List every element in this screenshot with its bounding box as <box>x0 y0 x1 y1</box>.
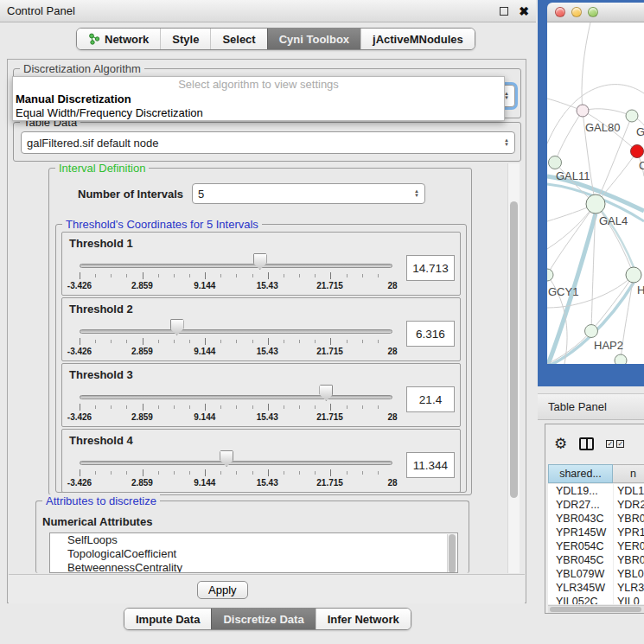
network-canvas[interactable]: GAL80 GA C GAL11 GAL4 GCY1 H HAP2 <box>547 22 644 364</box>
list-item[interactable]: BetweennessCentrality <box>50 561 457 573</box>
node-gcy1[interactable] <box>547 269 553 281</box>
threshold-3-value[interactable]: 21.4 <box>406 386 455 412</box>
table-row[interactable]: YBR043C YBR0 <box>548 512 644 526</box>
threshold-2-value[interactable]: 6.316 <box>406 321 455 347</box>
table-horizontal-scrollbar[interactable] <box>548 605 644 613</box>
cell[interactable]: YBL0 <box>613 567 644 581</box>
cell[interactable]: YIL0 <box>613 595 644 604</box>
node-hap2[interactable] <box>585 325 598 338</box>
content-scrollbar[interactable] <box>507 163 520 573</box>
cell[interactable]: YBR043C <box>548 512 613 526</box>
tick-label: 9.144 <box>194 347 215 356</box>
cell[interactable]: YBR0 <box>613 553 644 567</box>
cell[interactable]: YER0 <box>613 539 644 553</box>
zoom-traffic-light[interactable] <box>588 7 598 17</box>
tab-jactivemnodules[interactable]: jActiveMNodules <box>360 29 475 49</box>
edge[interactable] <box>596 204 634 267</box>
threshold-2-slider[interactable] <box>80 329 392 334</box>
table-row[interactable]: YBR045C YBR0 <box>548 553 644 567</box>
cell[interactable]: YLR3 <box>613 581 644 595</box>
number-of-intervals-combobox[interactable]: 5 ▲▼ <box>192 183 425 204</box>
list-item[interactable]: SelfLoops <box>50 533 457 547</box>
cell[interactable]: YDR2 <box>613 498 644 512</box>
cell[interactable]: YDL1 <box>613 484 644 498</box>
edge[interactable] <box>555 111 583 163</box>
cell[interactable]: YIL052C <box>548 595 613 604</box>
threshold-2-slider-handle[interactable] <box>170 319 184 335</box>
table-row[interactable]: YDL19... YDL1 <box>548 484 644 498</box>
threshold-3-slider-handle[interactable] <box>319 385 333 401</box>
threshold-1-slider-handle[interactable] <box>253 253 267 270</box>
checkbox-icon[interactable]: ✓ <box>606 440 614 448</box>
cell[interactable]: YPR1 <box>613 526 644 539</box>
table-row[interactable]: YDR27... YDR2 <box>548 498 644 512</box>
tab-select-label: Select <box>222 33 255 46</box>
close-traffic-light[interactable] <box>555 7 565 17</box>
tick-label: -3.426 <box>67 412 92 422</box>
slider-ticks <box>80 469 392 476</box>
tab-discretize-data-label: Discretize Data <box>223 613 303 626</box>
table-horizontal-scrollbar-thumb[interactable] <box>550 607 641 612</box>
table-row[interactable]: YBL079W YBL0 <box>548 567 644 581</box>
tab-network[interactable]: Network <box>77 29 160 49</box>
tab-cyni-toolbox[interactable]: Cyni Toolbox <box>267 29 360 49</box>
threshold-coordinates-label: Threshold's Coordinates for 5 Intervals <box>62 218 262 231</box>
tab-select[interactable]: Select <box>210 29 266 49</box>
list-item[interactable]: TopologicalCoefficient <box>50 547 457 561</box>
node-partial[interactable] <box>615 354 627 364</box>
content-scrollbar-thumb[interactable] <box>510 201 518 498</box>
cell[interactable]: YBL079W <box>548 567 613 581</box>
table-row[interactable]: YIL052C YIL0 <box>548 595 644 604</box>
cell[interactable]: YPR145W <box>548 526 613 539</box>
table-data-combobox-value: galFiltered.sif default node <box>27 137 158 150</box>
threshold-1-value[interactable]: 14.713 <box>406 255 455 281</box>
cell[interactable]: YDL19... <box>548 484 613 498</box>
node-h[interactable] <box>626 267 641 283</box>
checkbox-icon[interactable]: ✓ <box>616 440 624 448</box>
node-red-selected[interactable] <box>631 145 644 158</box>
number-of-intervals-label: Number of Intervals <box>78 188 183 201</box>
table-row[interactable]: YLR345W YLR3 <box>548 581 644 595</box>
cell[interactable]: YBR0 <box>613 512 644 526</box>
list-scrollbar[interactable] <box>447 534 456 573</box>
algorithm-popup: Select algorithm to view settings Manual… <box>12 76 505 121</box>
column-header-shared[interactable]: shared... <box>548 464 613 483</box>
cell[interactable]: YER054C <box>548 539 613 553</box>
apply-button[interactable]: Apply <box>197 581 248 599</box>
close-icon[interactable]: ✖ <box>519 7 529 16</box>
cell[interactable]: YDR27... <box>548 498 613 512</box>
popup-item-equal-width-frequency[interactable]: Equal Width/Frequency Discretization <box>13 106 504 120</box>
cell[interactable]: YLR345W <box>548 581 613 595</box>
threshold-3-slider[interactable] <box>80 395 392 399</box>
table-data-combobox[interactable]: galFiltered.sif default node ▲▼ <box>21 131 515 154</box>
tick-label: 2.859 <box>131 478 153 488</box>
numerical-attributes-label: Numerical Attributes <box>42 515 152 528</box>
threshold-4-value[interactable]: 11.344 <box>406 452 455 478</box>
threshold-4-slider[interactable] <box>80 461 392 465</box>
popup-item-manual-discretization[interactable]: Manual Discretization <box>13 92 504 106</box>
node-gal11[interactable] <box>549 156 562 169</box>
tab-impute-data[interactable]: Impute Data <box>124 609 211 629</box>
threshold-1-slider[interactable] <box>80 264 392 268</box>
node-gal4[interactable] <box>586 194 605 214</box>
cell[interactable]: YBR045C <box>548 553 613 567</box>
table-row[interactable]: YER054C YER0 <box>548 539 644 553</box>
edge[interactable] <box>591 275 634 331</box>
node-gal80[interactable] <box>577 105 589 117</box>
column-layout-icon[interactable] <box>579 437 594 450</box>
node-label: C <box>639 159 644 172</box>
tab-style[interactable]: Style <box>160 29 210 49</box>
table-row[interactable]: YPR145W YPR1 <box>548 526 644 539</box>
bottom-tabbar: Impute Data Discretize Data Infer Networ… <box>124 608 411 630</box>
minimize-traffic-light[interactable] <box>571 7 582 17</box>
interval-definition-label: Interval Definition <box>55 162 149 175</box>
gear-icon[interactable]: ⚙ <box>554 435 567 453</box>
edge[interactable] <box>582 22 590 111</box>
tab-infer-network[interactable]: Infer Network <box>316 609 411 629</box>
node-label: GAL80 <box>585 121 620 134</box>
column-header-name[interactable]: n <box>613 464 644 483</box>
node-ga[interactable] <box>626 110 638 122</box>
tab-discretize-data[interactable]: Discretize Data <box>211 609 315 629</box>
threshold-4-slider-handle[interactable] <box>220 450 233 467</box>
float-window-icon[interactable] <box>500 7 508 16</box>
